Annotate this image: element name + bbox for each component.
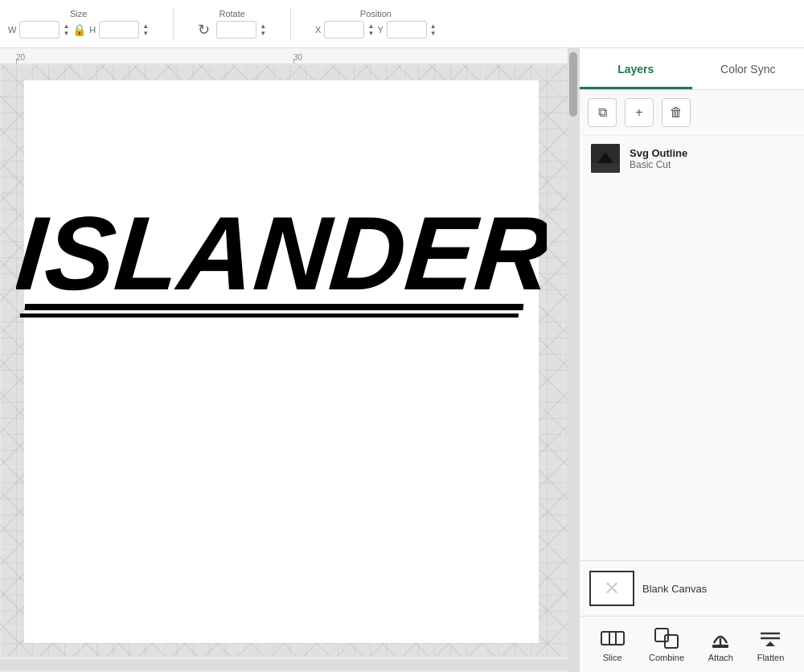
blank-canvas-preview xyxy=(589,571,634,606)
width-label: W xyxy=(8,25,16,35)
svg-rect-2 xyxy=(20,313,519,318)
slice-button[interactable]: Slice xyxy=(600,627,626,662)
y-spinner[interactable]: ▲▼ xyxy=(430,23,437,37)
width-spinner[interactable]: ▲▼ xyxy=(63,23,69,37)
position-label: Position xyxy=(360,9,392,18)
islanders-graphic: .isle-text { font-family: 'Arial Black',… xyxy=(16,169,547,346)
svg-rect-11 xyxy=(712,645,728,648)
layer-type: Basic Cut xyxy=(630,159,793,170)
layer-name: Svg Outline xyxy=(630,147,793,159)
x-input[interactable] xyxy=(324,21,364,39)
v-scrollbar[interactable] xyxy=(568,48,579,672)
ruler-mark-20: 20 xyxy=(16,53,25,62)
blank-canvas-area: Blank Canvas xyxy=(580,560,804,616)
rotate-spinner[interactable]: ▲▼ xyxy=(260,23,266,37)
rotate-group: Rotate ↻ ▲▼ xyxy=(198,9,266,39)
blank-canvas-label: Blank Canvas xyxy=(642,583,707,595)
flatten-label: Flatten xyxy=(757,653,785,662)
x-spinner[interactable]: ▲▼ xyxy=(367,23,374,37)
height-input[interactable] xyxy=(99,21,139,39)
main-area: 20 30 .isle-text { font-family: 'Arial B… xyxy=(0,48,804,672)
attach-label: Attach xyxy=(708,653,733,662)
rotate-input[interactable] xyxy=(216,21,256,39)
combine-icon xyxy=(654,627,679,649)
layer-list: Svg Outline Basic Cut xyxy=(580,136,804,181)
combine-button[interactable]: Combine xyxy=(649,627,684,662)
h-scrollbar[interactable] xyxy=(0,659,568,670)
slice-icon xyxy=(600,627,626,649)
y-input[interactable] xyxy=(387,21,427,39)
copy-icon: ⧉ xyxy=(598,105,607,120)
size-label: Size xyxy=(70,9,87,18)
tab-layers[interactable]: Layers xyxy=(580,48,692,89)
copy-layer-button[interactable]: ⧉ xyxy=(588,98,617,127)
svg-rect-1 xyxy=(24,304,523,310)
panel-spacer xyxy=(580,181,804,560)
add-layer-button[interactable]: + xyxy=(625,98,654,127)
y-label: Y xyxy=(377,25,383,35)
combine-label: Combine xyxy=(649,653,684,662)
size-group: Size W ▲▼ 🔒 H ▲▼ xyxy=(8,9,149,39)
svg-rect-5 xyxy=(601,632,624,645)
white-canvas xyxy=(24,80,539,643)
layer-item[interactable]: Svg Outline Basic Cut xyxy=(580,136,804,181)
toolbar: Size W ▲▼ 🔒 H ▲▼ Rotate ↻ ▲▼ Position X … xyxy=(0,0,804,48)
flatten-icon xyxy=(757,627,783,649)
add-icon: + xyxy=(635,105,642,120)
bottom-action-bar: Slice Combine xyxy=(580,616,804,672)
attach-button[interactable]: Attach xyxy=(708,627,733,662)
ruler-top: 20 30 xyxy=(0,48,568,64)
layer-thumbnail xyxy=(591,144,620,173)
panel-toolbar: ⧉ + 🗑 xyxy=(580,90,804,136)
slice-label: Slice xyxy=(603,653,622,662)
lock-icon: 🔒 xyxy=(72,23,86,36)
panel-tabs: Layers Color Sync xyxy=(580,48,804,90)
flatten-button[interactable]: Flatten xyxy=(757,627,785,662)
right-panel: Layers Color Sync ⧉ + 🗑 xyxy=(579,48,804,672)
x-label: X xyxy=(315,25,321,35)
rotate-icon: ↻ xyxy=(198,21,210,39)
canvas-bottom xyxy=(0,656,568,672)
rotate-label: Rotate xyxy=(219,9,244,18)
delete-icon: 🗑 xyxy=(670,105,683,120)
height-spinner[interactable]: ▲▼ xyxy=(142,23,149,37)
svg-text:ISLANDERS: ISLANDERS xyxy=(16,195,547,312)
canvas-viewport[interactable]: .isle-text { font-family: 'Arial Black',… xyxy=(0,64,568,656)
ruler-mark-30: 30 xyxy=(293,53,302,62)
tab-color-sync[interactable]: Color Sync xyxy=(692,48,805,89)
attach-icon xyxy=(708,627,733,649)
ruler-line-30 xyxy=(293,59,294,64)
width-input[interactable] xyxy=(19,21,59,39)
height-label: H xyxy=(89,25,96,35)
canvas-with-ruler: 20 30 .isle-text { font-family: 'Arial B… xyxy=(0,48,568,672)
delete-layer-button[interactable]: 🗑 xyxy=(662,98,691,127)
v-scrollbar-thumb[interactable] xyxy=(569,52,577,117)
ruler-line-20 xyxy=(16,59,17,64)
position-group: Position X ▲▼ Y ▲▼ xyxy=(315,9,437,39)
layer-info: Svg Outline Basic Cut xyxy=(630,147,793,170)
